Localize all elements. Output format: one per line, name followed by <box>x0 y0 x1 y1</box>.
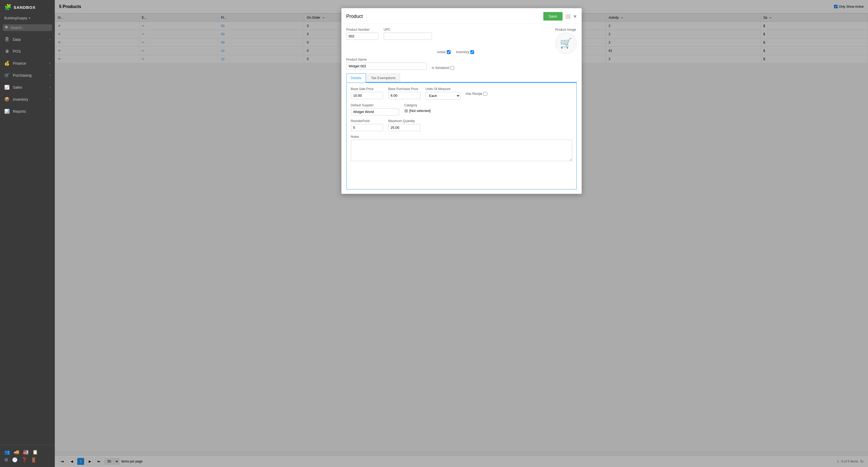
factory-icon[interactable]: 🏭 <box>23 449 29 455</box>
product-image-label: Product Image <box>555 28 577 32</box>
inventory-icon: 📦 <box>4 97 10 102</box>
tab-tax-exemptions[interactable]: Tax Exemptions <box>366 73 400 82</box>
base-sale-price-input[interactable] <box>351 92 383 99</box>
finance-icon: 💰 <box>4 61 10 66</box>
sidebar-item-data[interactable]: 🗄 Data › <box>0 34 55 45</box>
users-icon[interactable]: 👥 <box>4 449 10 455</box>
maximize-icon[interactable]: ⬜ <box>565 14 570 19</box>
logout-icon[interactable]: 🚪 <box>31 457 36 463</box>
reorder-point-label: ReorderPoint <box>351 119 383 123</box>
chevron-right-icon: › <box>50 86 51 89</box>
sidebar-item-reports[interactable]: 📊 Reports <box>0 105 55 117</box>
base-purchase-price-input[interactable] <box>388 92 421 99</box>
reports-icon: 📊 <box>4 109 10 114</box>
sidebar-header: 🧩 SANDBOX <box>0 0 55 14</box>
sidebar-item-finance[interactable]: 💰 Finance › <box>0 57 55 69</box>
sidebar: 🧩 SANDBOX BuildingSupply ▾ 🔍 🗄 Data › 🖥 … <box>0 0 55 467</box>
base-purchase-price-label: Base Purchase Price <box>388 87 421 91</box>
product-modal: Product Save ⬜ ✕ Product Number UPC <box>341 8 582 194</box>
sidebar-item-label: POS <box>13 49 21 54</box>
account-selector[interactable]: BuildingSupply ▾ <box>0 14 55 23</box>
modal-header-actions: Save ⬜ ✕ <box>543 12 577 21</box>
search-input[interactable] <box>11 26 50 30</box>
tab-details[interactable]: Details <box>346 73 366 83</box>
units-of-measure-select[interactable]: Each Case Box Pound <box>426 92 461 100</box>
sidebar-item-label: Inventory <box>13 97 28 101</box>
purchasing-icon: 🛒 <box>4 73 10 78</box>
notes-textarea[interactable] <box>351 140 572 161</box>
help-icon[interactable]: ❓ <box>21 457 27 463</box>
reorder-point-input[interactable] <box>351 124 383 131</box>
pos-icon: 🖥 <box>4 49 10 54</box>
inventory-label: Inventory <box>456 50 469 54</box>
sidebar-item-pos[interactable]: 🖥 POS <box>0 45 55 57</box>
settings-icon[interactable]: ⚙ <box>4 457 8 463</box>
truck-icon[interactable]: 🚚 <box>13 449 19 455</box>
product-number-group: Product Number <box>346 28 378 54</box>
tab-content-details: Base Sale Price Base Purchase Price Unit… <box>346 83 577 189</box>
sidebar-item-purchasing[interactable]: 🛒 Purchasing › <box>0 69 55 81</box>
is-serialized-label: Is Serialized <box>432 66 449 70</box>
maximum-quantity-input[interactable] <box>388 124 421 131</box>
clock-icon[interactable]: 🕐 <box>12 457 18 463</box>
default-supplier-group: Default Supplier ✕ <box>351 103 399 116</box>
category-icon: ⊞ <box>404 108 408 113</box>
sidebar-item-label: Data <box>13 37 21 42</box>
search-icon: 🔍 <box>5 26 9 30</box>
app-logo-icon: 🧩 <box>4 4 11 11</box>
sidebar-search-bar[interactable]: 🔍 <box>3 24 52 31</box>
modal-body: Product Number UPC Active <box>342 24 582 194</box>
main-content: 5 Products Only Show Active Vi... E... P… <box>55 0 868 467</box>
product-image[interactable]: 🛒 <box>555 33 577 54</box>
units-of-measure-label: Units Of Measure <box>426 87 461 91</box>
chevron-right-icon: › <box>50 98 51 101</box>
is-serialized-group: Is Serialized <box>432 58 454 70</box>
has-recipe-checkbox[interactable] <box>484 92 487 96</box>
details-row-1: Base Sale Price Base Purchase Price Unit… <box>351 87 572 100</box>
account-name: BuildingSupply <box>4 16 27 20</box>
active-checkbox[interactable] <box>447 50 451 54</box>
units-of-measure-group: Units Of Measure Each Case Box Pound <box>426 87 461 100</box>
modal-overlay: Product Save ⬜ ✕ Product Number UPC <box>55 0 868 467</box>
notes-group: Notes <box>351 135 572 161</box>
product-number-input[interactable] <box>346 33 378 40</box>
base-sale-price-label: Base Sale Price <box>351 87 383 91</box>
inventory-group: Inventory <box>456 28 474 54</box>
modal-title: Product <box>346 13 363 19</box>
product-number-label: Product Number <box>346 28 378 32</box>
save-button[interactable]: Save <box>543 12 562 21</box>
details-row-3: ReorderPoint Maximum Quantity <box>351 119 572 131</box>
sidebar-item-label: Reports <box>13 109 26 114</box>
sidebar-item-label: Purchasing <box>13 73 32 77</box>
supplier-field[interactable]: ✕ <box>351 108 399 116</box>
sales-icon: 📈 <box>4 85 10 90</box>
upc-group: UPC <box>384 28 432 54</box>
sidebar-item-inventory[interactable]: 📦 Inventory › <box>0 93 55 105</box>
close-icon[interactable]: ✕ <box>573 14 577 19</box>
chevron-right-icon: › <box>50 38 51 41</box>
sidebar-bottom-icons-row2: ⚙ 🕐 ❓ 🚪 <box>2 456 53 465</box>
sidebar-item-sales[interactable]: 📈 Sales › <box>0 81 55 93</box>
base-purchase-price-group: Base Purchase Price <box>388 87 421 100</box>
base-sale-price-group: Base Sale Price <box>351 87 383 100</box>
inventory-checkbox[interactable] <box>470 50 474 54</box>
chevron-right-icon: › <box>50 62 51 65</box>
category-value: [Not selected] <box>409 109 431 113</box>
upc-input[interactable] <box>384 33 432 40</box>
sidebar-nav: 🗄 Data › 🖥 POS 💰 Finance › 🛒 Purchasing … <box>0 34 55 445</box>
app-name: SANDBOX <box>13 5 35 10</box>
category-group: Category ⊞ [Not selected] <box>404 103 431 116</box>
product-name-group: Product Name <box>346 58 427 70</box>
active-label: Active <box>437 50 446 54</box>
category-label: Category <box>404 103 431 107</box>
clipboard-icon[interactable]: 📋 <box>32 449 38 455</box>
active-group: Active <box>437 28 451 54</box>
has-recipe-label: Has Recipe <box>466 92 483 96</box>
is-serialized-checkbox[interactable] <box>450 66 454 70</box>
supplier-input[interactable] <box>351 108 399 115</box>
product-name-label: Product Name <box>346 58 427 61</box>
product-name-input[interactable] <box>346 63 427 70</box>
notes-label: Notes <box>351 135 572 139</box>
category-field[interactable]: ⊞ [Not selected] <box>404 108 431 113</box>
maximum-quantity-group: Maximum Quantity <box>388 119 421 131</box>
